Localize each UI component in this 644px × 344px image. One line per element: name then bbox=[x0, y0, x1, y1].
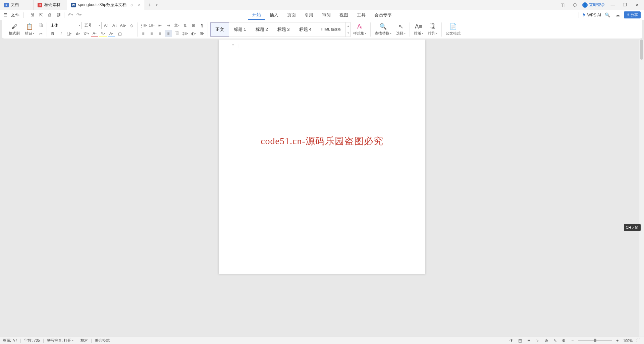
vertical-scrollbar[interactable] bbox=[639, 40, 644, 337]
compat-mode[interactable]: 兼容模式 bbox=[95, 338, 110, 343]
layout-button[interactable]: A≡ 排版▾ bbox=[412, 23, 425, 36]
zoom-level[interactable]: 100% bbox=[623, 339, 633, 343]
style-down-icon[interactable]: ▾ bbox=[346, 30, 350, 37]
tab-dropdown[interactable]: ▾ bbox=[155, 3, 159, 7]
maximize-icon[interactable]: ❐ bbox=[621, 1, 629, 9]
outline-view-icon[interactable]: ≣ bbox=[526, 338, 532, 344]
line-spacing-icon[interactable]: ‡≡▾ bbox=[181, 30, 189, 37]
login-button[interactable]: 👤 立即登录 bbox=[582, 2, 605, 8]
minimize-icon[interactable]: — bbox=[608, 1, 617, 9]
zoom-in-icon[interactable]: + bbox=[614, 338, 621, 344]
wps-ai-button[interactable]: ⚑ WPS AI bbox=[582, 13, 601, 17]
close-window-icon[interactable]: ✕ bbox=[633, 1, 641, 9]
doc-mode-button[interactable]: 📄 公文模式 bbox=[444, 23, 463, 36]
menu-review[interactable]: 审阅 bbox=[318, 11, 335, 19]
redo-icon[interactable]: ↷▾ bbox=[75, 11, 83, 19]
file-menu[interactable]: 文件 bbox=[9, 12, 21, 18]
tab-springboot[interactable]: W springbootiz35p数据库文档 ◇ ✕ bbox=[67, 0, 145, 10]
clear-format-icon[interactable]: ◇ bbox=[128, 22, 135, 29]
style-html[interactable]: HTML 预设格 bbox=[316, 22, 345, 37]
strike-icon[interactable]: A̶▾ bbox=[74, 31, 82, 37]
styleset-button[interactable]: Aᵢ 样式集▾ bbox=[351, 23, 368, 36]
window-layout-icon[interactable]: ◫ bbox=[558, 1, 567, 9]
document-area[interactable]: ⠿ | code51.cn-源码乐园盗图必究 bbox=[0, 40, 644, 337]
tab-daoke[interactable]: D 稻壳素材 bbox=[34, 0, 67, 10]
align-left-icon[interactable]: ≡ bbox=[140, 30, 147, 37]
columns-icon[interactable]: ⿲ bbox=[173, 30, 180, 37]
copy-icon[interactable]: ⿻ bbox=[37, 22, 45, 28]
borders-icon[interactable]: ⊞▾ bbox=[198, 30, 206, 37]
style-h3[interactable]: 标题 3 bbox=[273, 22, 294, 37]
web-view-icon[interactable]: ⊕ bbox=[543, 338, 549, 344]
style-body[interactable]: 正文 bbox=[210, 22, 229, 37]
word-count[interactable]: 字数: 705 bbox=[24, 338, 40, 343]
style-h2[interactable]: 标题 2 bbox=[251, 22, 273, 37]
fullscreen-icon[interactable]: ⛶ bbox=[635, 338, 641, 344]
underline-icon[interactable]: U▾ bbox=[66, 31, 73, 37]
hamburger-icon[interactable]: ☰ bbox=[3, 12, 7, 17]
decrease-indent-icon[interactable]: ⇤ bbox=[156, 22, 164, 29]
save-icon[interactable]: 🖫 bbox=[29, 11, 36, 19]
menu-member[interactable]: 会员专享 bbox=[370, 11, 396, 19]
focus-icon[interactable]: ✎ bbox=[552, 338, 558, 344]
page[interactable]: ⠿ | code51.cn-源码乐园盗图必究 bbox=[219, 40, 425, 274]
close-icon[interactable]: ✕ bbox=[138, 3, 141, 7]
zoom-out-icon[interactable]: − bbox=[570, 338, 576, 344]
cube-icon[interactable]: ⬡ bbox=[570, 1, 579, 9]
print-preview-icon[interactable]: 🗐 bbox=[55, 11, 62, 19]
cut-icon[interactable]: ✂ bbox=[37, 31, 45, 37]
number-list-icon[interactable]: 1≡▾ bbox=[148, 22, 155, 29]
cloud-icon[interactable]: ☁ bbox=[614, 11, 621, 19]
format-brush-button[interactable]: 🖌 格式刷 bbox=[7, 23, 22, 36]
font-name-select[interactable]: 宋体▾ bbox=[49, 22, 82, 29]
search-icon[interactable]: 🔍 bbox=[604, 11, 611, 19]
bold-icon[interactable]: B bbox=[49, 31, 56, 37]
text-effect-icon[interactable]: 文▾ bbox=[173, 22, 180, 29]
ime-badge[interactable]: CH ♪ 简 bbox=[624, 224, 641, 231]
pilcrow-icon[interactable]: ¶ bbox=[198, 22, 206, 29]
zoom-thumb[interactable] bbox=[594, 339, 596, 342]
sort-icon[interactable]: ⇅ bbox=[181, 22, 189, 29]
grow-font-icon[interactable]: A↑ bbox=[103, 22, 110, 29]
export-icon[interactable]: ⇱ bbox=[37, 11, 45, 19]
eye-icon[interactable]: 👁 bbox=[508, 338, 515, 344]
bullet-list-icon[interactable]: ⋮≡▾ bbox=[140, 22, 147, 29]
tab-menu-icon[interactable]: ◇ bbox=[130, 3, 133, 7]
undo-icon[interactable]: ↶▾ bbox=[66, 11, 74, 19]
new-tab-button[interactable]: + bbox=[145, 2, 155, 8]
menu-reference[interactable]: 引用 bbox=[301, 11, 317, 19]
style-h4[interactable]: 标题 4 bbox=[294, 22, 316, 37]
highlight-icon[interactable]: ✎▾ bbox=[99, 31, 107, 37]
menu-tools[interactable]: 工具 bbox=[353, 11, 370, 19]
italic-icon[interactable]: I bbox=[57, 31, 65, 37]
page-view-icon[interactable]: ▤ bbox=[517, 338, 523, 344]
border-char-icon[interactable]: ▢ bbox=[116, 31, 123, 37]
menu-page[interactable]: 页面 bbox=[283, 11, 300, 19]
zoom-slider[interactable] bbox=[578, 340, 612, 341]
style-up-icon[interactable]: ▴ bbox=[346, 22, 350, 30]
font-color-icon[interactable]: A▾ bbox=[91, 31, 98, 37]
share-button[interactable]: ⇪ 分享 bbox=[624, 11, 641, 18]
change-case-icon[interactable]: Aa▾ bbox=[119, 22, 127, 29]
menu-view[interactable]: 视图 bbox=[335, 11, 352, 19]
shrink-font-icon[interactable]: A↓ bbox=[111, 22, 118, 29]
align-right-icon[interactable]: ≡ bbox=[156, 30, 164, 37]
ruler-icon[interactable]: ⊞ bbox=[190, 22, 197, 29]
arrange-button[interactable]: ⿻ 排列▾ bbox=[426, 23, 439, 36]
paste-button[interactable]: 📋 粘贴▾ bbox=[23, 23, 36, 36]
increase-indent-icon[interactable]: ⇥ bbox=[165, 22, 172, 29]
scrollbar-thumb[interactable] bbox=[640, 40, 643, 60]
menu-start[interactable]: 开始 bbox=[248, 10, 265, 20]
para-shading-icon[interactable]: ◐▾ bbox=[190, 30, 197, 37]
page-indicator[interactable]: 页面: 7/7 bbox=[3, 338, 17, 343]
tools-icon[interactable]: ⚙ bbox=[561, 338, 567, 344]
print-icon[interactable]: ⎙ bbox=[46, 11, 53, 19]
spellcheck-status[interactable]: 拼写检查: 打开▾ bbox=[47, 338, 73, 343]
align-center-icon[interactable]: ≡ bbox=[148, 30, 155, 37]
find-replace-button[interactable]: 🔍 查找替换▾ bbox=[373, 23, 393, 36]
superscript-icon[interactable]: X²▾ bbox=[83, 31, 90, 37]
align-justify-icon[interactable]: ≡ bbox=[165, 30, 172, 37]
font-size-select[interactable]: 五号▾ bbox=[83, 22, 102, 29]
menu-insert[interactable]: 插入 bbox=[266, 11, 282, 19]
reading-view-icon[interactable]: ▷ bbox=[535, 338, 541, 344]
